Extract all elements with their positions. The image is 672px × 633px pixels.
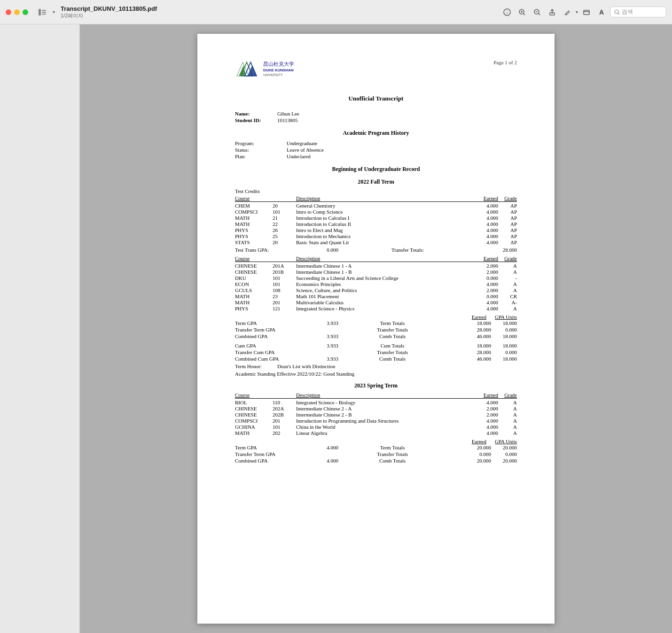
fall2022-cum-row: Combined Cum GPA 3.933 Comb Totals 46.00… bbox=[235, 356, 517, 362]
cr-num: 101 bbox=[273, 209, 296, 215]
test-credits-label: Test Credits bbox=[235, 188, 517, 194]
cr-grade: AP bbox=[498, 215, 517, 221]
logo-eng-line2: UNIVERSITY bbox=[263, 73, 294, 77]
page-header: 昆山杜克大学 DUKE KUNSHAN UNIVERSITY Page 1 of… bbox=[235, 57, 517, 81]
spring2023-gpa-row: Combined GPA 4.000 Comb Totals 20.000 20… bbox=[235, 458, 517, 463]
spring-col-course: Course bbox=[235, 392, 273, 398]
window-button[interactable] bbox=[580, 6, 593, 19]
fullscreen-button[interactable] bbox=[23, 9, 28, 15]
cr-grade: AP bbox=[498, 221, 517, 227]
svg-rect-13 bbox=[550, 13, 555, 15]
cr-course: PHYS bbox=[235, 233, 273, 239]
status-row: Status: Leave of Absence bbox=[235, 147, 517, 153]
cr-num: 20 bbox=[273, 203, 296, 208]
cr-desc: General Chemistry bbox=[296, 203, 468, 208]
spring2023-gpa-row: Term GPA 4.000 Term Totals 20.000 20.000 bbox=[235, 445, 517, 450]
highlight-dropdown-icon[interactable]: ▾ bbox=[576, 9, 578, 15]
svg-line-12 bbox=[539, 14, 540, 15]
gpa-summary-header: Earned GPA Units bbox=[235, 314, 517, 320]
spring-col-grade: Grade bbox=[498, 392, 517, 398]
name-row: Name: Gihun Lee bbox=[235, 111, 517, 116]
fall2022-course-row: CHINESE 201A Intermediate Chinese 1 - A … bbox=[235, 263, 517, 269]
cr-grade: AP bbox=[498, 209, 517, 215]
test-course-row: MATH 22 Introduction to Calculus II 4.00… bbox=[235, 221, 517, 227]
info-button[interactable]: i bbox=[500, 6, 514, 19]
cr-course: MATH bbox=[235, 215, 273, 221]
spring2023-course-row: CHINESE 202A Intermediate Chinese 2 - A … bbox=[235, 406, 517, 411]
cr-num: 22 bbox=[273, 221, 296, 227]
test-course-row: PHYS 26 Intro to Elect and Mag 4.000 AP bbox=[235, 227, 517, 233]
spring2023-course-row: CHINESE 202B Intermediate Chinese 2 - B … bbox=[235, 412, 517, 417]
plan-label: Plan: bbox=[235, 154, 287, 159]
test-trans-gpa-row: Test Trans GPA: 0.000 Transfer Totals: 2… bbox=[235, 247, 517, 253]
highlight-button[interactable] bbox=[561, 6, 574, 19]
logo-area: 昆山杜克大学 DUKE KUNSHAN UNIVERSITY bbox=[235, 57, 294, 81]
svg-rect-2 bbox=[42, 12, 46, 13]
pdf-page: 昆山杜克大学 DUKE KUNSHAN UNIVERSITY Page 1 of… bbox=[197, 34, 555, 624]
program-label: Program: bbox=[235, 140, 287, 146]
program-table: Program: Undergraduate Status: Leave of … bbox=[235, 140, 517, 159]
student-info: Name: Gihun Lee Student ID: 10113805 bbox=[235, 111, 517, 123]
dku-logo bbox=[235, 57, 258, 81]
cr-earned: 4.000 bbox=[468, 227, 498, 233]
cr-grade: AP bbox=[498, 203, 517, 208]
plan-row: Plan: Undeclared bbox=[235, 154, 517, 159]
student-id-label: Student ID: bbox=[235, 117, 277, 123]
close-button[interactable] bbox=[6, 9, 11, 15]
cr-course: COMPSCI bbox=[235, 209, 273, 215]
app-body: 昆山杜克大学 DUKE KUNSHAN UNIVERSITY Page 1 of… bbox=[0, 24, 672, 633]
fall-col-course: Course bbox=[235, 255, 273, 261]
spring2023-gpa-row: Transfer Term GPA Transfer Totals 0.000 … bbox=[235, 451, 517, 457]
spring-gpa-units-header: GPA Units bbox=[486, 439, 517, 444]
zoom-in-button[interactable] bbox=[516, 6, 529, 19]
fall2022-course-row: MATH 23 Math 101 Placement 0.000 CR bbox=[235, 293, 517, 299]
test-course-row: COMPSCI 101 Intro to Comp Science 4.000 … bbox=[235, 209, 517, 215]
col-course-header: Course bbox=[235, 195, 273, 201]
program-value: Undergraduate bbox=[287, 140, 317, 146]
annotate-button[interactable]: A bbox=[595, 6, 608, 19]
svg-rect-0 bbox=[39, 9, 41, 15]
cr-desc: Basic Stats and Quant Lit bbox=[296, 239, 468, 245]
fall-col-grade: Grade bbox=[498, 255, 517, 261]
status-label: Status: bbox=[235, 147, 287, 153]
spring2023-course-row: GCHINA 101 China in the World 4.000 A bbox=[235, 424, 517, 430]
col-earned-header: Earned bbox=[468, 195, 498, 201]
minimize-button[interactable] bbox=[14, 9, 20, 15]
cr-course: CHEM bbox=[235, 203, 273, 208]
ugrd-record-title: Beginning of Undergraduate Record bbox=[235, 166, 517, 173]
page-number: Page 1 of 2 bbox=[493, 60, 517, 65]
term-honor-val: Dean's List with Distinction bbox=[277, 363, 335, 369]
fall2022-cum-row: Cum GPA 3.933 Cum Totals 18.000 18.000 bbox=[235, 343, 517, 348]
document-viewer[interactable]: 昆山杜克大学 DUKE KUNSHAN UNIVERSITY Page 1 of… bbox=[80, 24, 672, 633]
sidebar-panel bbox=[0, 24, 80, 633]
student-id-row: Student ID: 10113805 bbox=[235, 117, 517, 123]
sidebar-toggle-button[interactable] bbox=[36, 6, 49, 19]
search-box[interactable]: 검색 bbox=[610, 7, 666, 17]
program-row: Program: Undergraduate bbox=[235, 140, 517, 146]
test-courses-list: CHEM 20 General Chemistry 4.000 AP COMPS… bbox=[235, 203, 517, 245]
plan-value: Undeclared bbox=[287, 154, 311, 159]
test-trans-gpa-label: Test Trans GPA: bbox=[235, 247, 310, 253]
test-credits-header: Course Description Earned Grade bbox=[235, 195, 517, 202]
svg-line-18 bbox=[618, 13, 619, 15]
fall2022-course-row: ECON 101 Economics Principles 4.000 A bbox=[235, 281, 517, 287]
fall2022-gpa-row: Transfer Term GPA Transfer Totals 28.000… bbox=[235, 327, 517, 332]
fall-col-num bbox=[273, 255, 296, 261]
spring-col-num bbox=[273, 392, 296, 398]
logo-chinese: 昆山杜克大学 bbox=[263, 61, 294, 68]
fall2022-course-row: GCULS 108 Science, Culture, and Politics… bbox=[235, 287, 517, 293]
zoom-out-button[interactable] bbox=[531, 6, 544, 19]
logo-eng-line1: DUKE KUNSHAN bbox=[263, 68, 294, 73]
cr-earned: 4.000 bbox=[468, 221, 498, 227]
search-placeholder: 검색 bbox=[622, 8, 633, 16]
test-course-row: CHEM 20 General Chemistry 4.000 AP bbox=[235, 203, 517, 208]
cr-grade: AP bbox=[498, 239, 517, 245]
fall2022-cum-row: Transfer Cum GPA Transfer Totals 28.000 … bbox=[235, 349, 517, 355]
cr-num: 26 bbox=[273, 227, 296, 233]
fall2022-gpa-row: Combined GPA 3.933 Comb Totals 46.000 18… bbox=[235, 333, 517, 339]
cr-course: STATS bbox=[235, 239, 273, 245]
titlebar: ▾ Transcript_DKUNV_10113805.pdf 1/2페이지 i… bbox=[0, 0, 672, 24]
share-button[interactable] bbox=[546, 6, 559, 19]
name-value: Gihun Lee bbox=[277, 111, 299, 116]
fall-col-earned: Earned bbox=[468, 255, 498, 261]
